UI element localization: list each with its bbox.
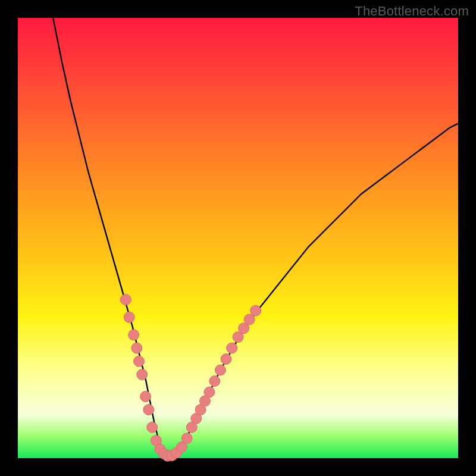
curve-svg (18, 18, 458, 458)
marker-point (134, 356, 145, 367)
bottleneck-curve (53, 18, 458, 456)
marker-group (120, 295, 261, 462)
plot-area (18, 18, 458, 458)
marker-point (124, 312, 134, 322)
marker-point (204, 387, 215, 397)
marker-point (227, 343, 237, 353)
marker-point (143, 405, 154, 415)
marker-point (137, 369, 148, 380)
marker-point (131, 343, 142, 353)
watermark-text: TheBottleneck.com (355, 4, 469, 19)
marker-point (221, 354, 231, 365)
marker-point (120, 295, 131, 305)
marker-point (129, 330, 139, 340)
marker-point (181, 433, 192, 444)
marker-point (140, 391, 151, 402)
chart-frame: TheBottleneck.com (0, 0, 476, 476)
marker-point (209, 376, 220, 387)
marker-point (147, 422, 158, 433)
marker-point (250, 305, 261, 316)
marker-point (215, 365, 226, 375)
